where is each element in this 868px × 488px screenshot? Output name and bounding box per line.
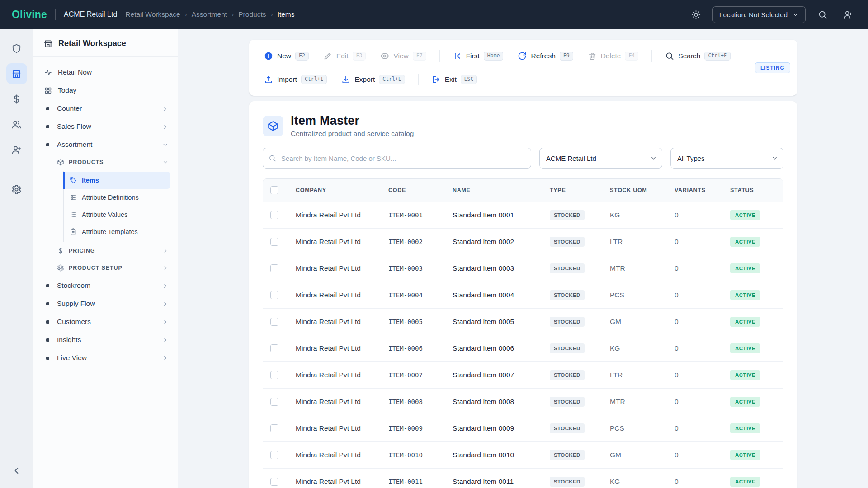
row-checkbox[interactable] [270,238,278,246]
cell-name: Standard Item 0004 [445,282,542,309]
column-header-name[interactable]: NAME [445,179,542,202]
row-checkbox[interactable] [270,398,278,406]
table-row[interactable]: Mindra Retail Pvt Ltd ITEM-0008 Standard… [263,389,783,415]
cell-uom: KG [603,335,667,362]
table-row[interactable]: Mindra Retail Pvt Ltd ITEM-0010 Standard… [263,442,783,469]
column-header-company[interactable]: COMPANY [288,179,381,202]
app-logo[interactable]: Olivine [12,9,47,21]
row-checkbox[interactable] [270,344,278,352]
bullet-icon [46,107,49,110]
breadcrumb-item[interactable]: Retail Workspace [125,10,180,19]
sidebar-item-live-view[interactable]: Live View [40,349,173,367]
row-checkbox[interactable] [270,264,278,272]
sidebar-item-sales-flow[interactable]: Sales Flow [40,117,173,136]
column-header-variants[interactable]: VARIANTS [667,179,723,202]
sidebar-item-stockroom[interactable]: Stockroom [40,277,173,295]
status-badge: ACTIVE [730,210,760,220]
sidebar-item-insights[interactable]: Insights [40,331,173,349]
rail-item-customers[interactable] [6,114,27,135]
exit-icon [432,75,441,84]
cell-company: Mindra Retail Pvt Ltd [288,282,381,309]
table-row[interactable]: Mindra Retail Pvt Ltd ITEM-0007 Standard… [263,362,783,389]
refresh-button[interactable]: Refresh F9 [512,47,579,65]
table-row[interactable]: Mindra Retail Pvt Ltd ITEM-0003 Standard… [263,255,783,282]
sidebar-item-today[interactable]: Today [40,81,173,99]
row-checkbox[interactable] [270,318,278,326]
table-row[interactable]: Mindra Retail Pvt Ltd ITEM-0005 Standard… [263,309,783,335]
sidebar-item-assortment[interactable]: Assortment [40,136,173,154]
cell-name: Standard Item 0002 [445,229,542,255]
exit-button[interactable]: Exit ESC [426,71,483,88]
row-checkbox[interactable] [270,451,278,459]
row-checkbox[interactable] [270,424,278,432]
row-checkbox[interactable] [270,371,278,379]
sidebar-item-label: Live View [57,354,156,362]
table-row[interactable]: Mindra Retail Pvt Ltd ITEM-0001 Standard… [263,202,783,229]
breadcrumb-item[interactable]: Products [231,10,266,19]
search-button[interactable]: Search Ctrl+F [659,47,736,65]
sidebar-item-attribute-templates[interactable]: Attribute Templates [64,223,170,240]
rail-item-retail[interactable] [6,63,27,84]
row-checkbox[interactable] [270,478,278,486]
row-checkbox[interactable] [270,211,278,219]
column-header-status[interactable]: STATUS [723,179,783,202]
sidebar-item-retail-now[interactable]: Retail Now [40,63,173,81]
button-label: Exit [445,75,457,84]
edit-button[interactable]: Edit F3 [317,47,372,65]
rail-item-security[interactable] [6,38,27,59]
cell-variants: 0 [667,229,723,255]
sidebar-section-pricing[interactable]: PRICING [40,242,173,259]
first-button[interactable]: First Home [447,47,509,65]
rail-item-settings[interactable] [6,179,27,200]
table-row[interactable]: Mindra Retail Pvt Ltd ITEM-0009 Standard… [263,415,783,442]
sidebar-item-attribute-definitions[interactable]: Attribute Definitions [64,189,170,206]
delete-button[interactable]: Delete F4 [582,47,645,65]
sidebar-item-label: Retail Now [58,68,169,76]
import-button[interactable]: Import Ctrl+I [258,71,333,88]
view-button[interactable]: View F7 [374,47,432,65]
sidebar-item-label: Today [58,86,169,94]
select-all-checkbox[interactable] [270,186,278,194]
chevron-right-icon [162,319,169,325]
download-icon [341,75,350,84]
table-row[interactable]: Mindra Retail Pvt Ltd ITEM-0011 Standard… [263,469,783,488]
location-selector[interactable]: Location: Not Selected [712,6,806,23]
sidebar-item-customers[interactable]: Customers [40,313,173,331]
sidebar-item-items[interactable]: Items [63,172,170,189]
column-header-stock-uom[interactable]: STOCK UOM [603,179,667,202]
button-label: First [466,52,480,60]
table-row[interactable]: Mindra Retail Pvt Ltd ITEM-0002 Standard… [263,229,783,255]
sidebar-section-products[interactable]: PRODUCTS [40,154,173,171]
sidebar-item-attribute-values[interactable]: Attribute Values [64,206,170,223]
column-header-type[interactable]: TYPE [542,179,603,202]
type-badge: STOCKED [550,477,585,487]
sidebar-item-counter[interactable]: Counter [40,99,173,117]
sidebar-item-supply-flow[interactable]: Supply Flow [40,295,173,313]
trash-icon [588,52,597,61]
user-menu-button[interactable] [839,6,856,23]
row-checkbox[interactable] [270,291,278,299]
new-button[interactable]: New F2 [258,47,315,65]
sliders-icon [70,194,77,201]
breadcrumb-item[interactable]: Assortment [185,10,227,19]
sidebar-collapse-button[interactable] [6,460,27,481]
button-label: View [393,52,408,60]
company-filter-select[interactable]: ACME Retail Ltd [539,148,662,169]
column-header-code[interactable]: CODE [381,179,445,202]
status-badge: ACTIVE [730,450,760,460]
rail-item-staff[interactable] [6,139,27,160]
export-button[interactable]: Export Ctrl+E [335,71,410,88]
breadcrumb-item-current: Items [270,10,294,19]
rail-item-finance[interactable] [6,89,27,109]
shortcut-chip: F3 [353,52,366,61]
table-row[interactable]: Mindra Retail Pvt Ltd ITEM-0006 Standard… [263,335,783,362]
theme-toggle-button[interactable] [687,6,704,23]
table-row[interactable]: Mindra Retail Pvt Ltd ITEM-0004 Standard… [263,282,783,309]
global-search-button[interactable] [814,6,831,23]
cell-code: ITEM-0010 [381,442,445,469]
button-label: Search [678,52,700,60]
item-search-input[interactable] [263,148,531,169]
sidebar-section-product-setup[interactable]: PRODUCT SETUP [40,259,173,277]
cell-code: ITEM-0006 [381,335,445,362]
type-filter-select[interactable]: All Types [670,148,783,169]
